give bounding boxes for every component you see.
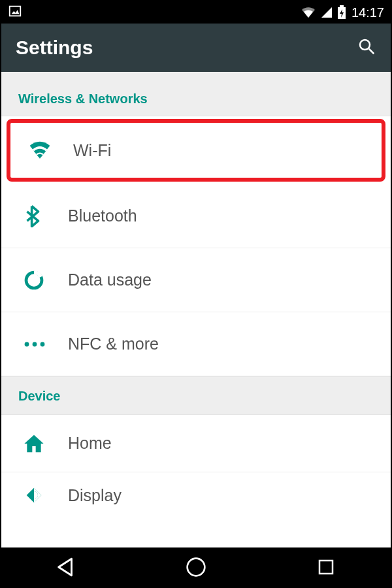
settings-item-label: Home [68, 434, 112, 453]
settings-item-label: NFC & more [68, 335, 159, 353]
settings-item-display[interactable]: Display [1, 472, 391, 518]
svg-point-10 [33, 342, 37, 346]
status-bar: 14:17 [1, 1, 391, 24]
settings-item-home[interactable]: Home [1, 415, 391, 472]
svg-rect-19 [319, 561, 333, 574]
navigation-bar [1, 547, 391, 587]
display-brightness-icon [24, 485, 68, 506]
settings-item-label: Wi-Fi [73, 141, 111, 160]
svg-rect-4 [340, 5, 344, 7]
settings-item-wifi[interactable]: Wi-Fi [7, 119, 385, 182]
picture-icon [8, 4, 22, 22]
wifi-status-icon [301, 6, 316, 19]
battery-charging-icon [337, 5, 346, 20]
cell-signal-icon [320, 6, 333, 19]
page-title: Settings [16, 37, 93, 59]
settings-item-bluetooth[interactable]: Bluetooth [1, 184, 391, 248]
svg-marker-1 [12, 10, 20, 14]
nav-recent-button[interactable] [300, 557, 352, 577]
svg-point-11 [41, 342, 45, 346]
settings-item-data-usage[interactable]: Data usage [1, 248, 391, 312]
svg-line-7 [369, 49, 374, 54]
svg-rect-0 [10, 6, 21, 16]
svg-marker-2 [321, 7, 332, 18]
settings-item-label: Data usage [68, 270, 152, 289]
nav-home-button[interactable] [170, 557, 222, 578]
wifi-icon [29, 141, 73, 159]
nav-back-button[interactable] [40, 556, 92, 578]
svg-point-9 [25, 342, 29, 346]
more-horizontal-icon [24, 341, 68, 348]
home-icon [24, 434, 68, 453]
svg-marker-17 [59, 559, 72, 576]
settings-item-label: Bluetooth [68, 206, 137, 225]
section-gap [1, 72, 391, 82]
app-header: Settings [1, 24, 391, 72]
svg-point-18 [188, 559, 205, 576]
status-time: 14:17 [350, 5, 384, 20]
search-button[interactable] [357, 37, 376, 59]
svg-point-6 [360, 40, 370, 50]
bluetooth-icon [24, 205, 68, 227]
data-usage-icon [24, 270, 68, 291]
settings-item-nfc-more[interactable]: NFC & more [1, 312, 391, 376]
section-header-wireless: Wireless & Networks [1, 82, 391, 116]
settings-item-label: Display [68, 486, 122, 505]
svg-marker-12 [24, 434, 43, 452]
section-header-device: Device [1, 376, 391, 415]
